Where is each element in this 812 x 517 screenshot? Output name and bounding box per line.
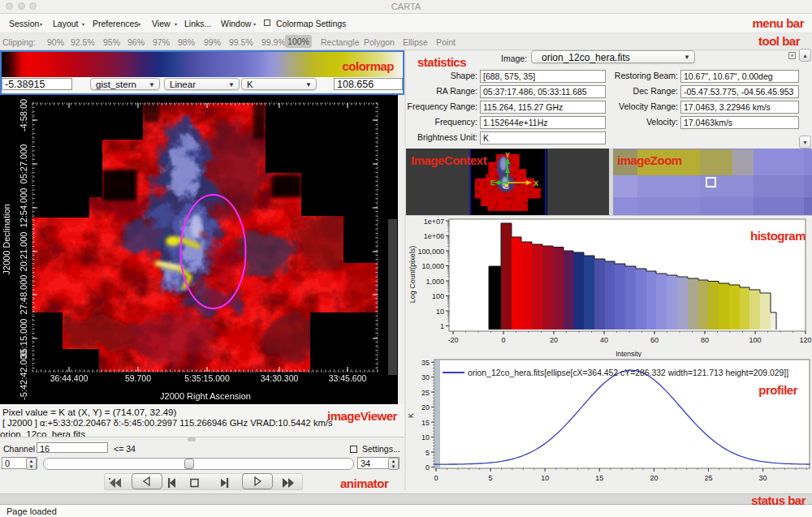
svg-text:33:45.600: 33:45.600	[329, 373, 367, 383]
svg-text:X: X	[533, 179, 538, 187]
svg-text:K: K	[407, 413, 415, 418]
svg-text:0: 0	[425, 463, 430, 472]
svg-text:0: 0	[434, 474, 438, 482]
svg-text:25: 25	[704, 474, 712, 482]
svg-text:20: 20	[550, 336, 558, 344]
svg-text:10,000: 10,000	[421, 262, 444, 270]
svg-text:59.700: 59.700	[125, 373, 151, 383]
svg-text:orion_12co_hera.fits[ellipse[c: orion_12co_hera.fits[ellipse[cX=364.452 …	[468, 368, 788, 377]
svg-text:J2000 Right Ascension: J2000 Right Ascension	[160, 391, 251, 401]
svg-text:profiler: profiler	[758, 383, 797, 397]
svg-text:10: 10	[541, 474, 549, 482]
svg-text:20:21.000: 20:21.000	[19, 232, 28, 272]
svg-text:10: 10	[421, 433, 430, 442]
svg-text:10: 10	[436, 308, 444, 316]
svg-text:histogram: histogram	[750, 229, 806, 243]
svg-text:15: 15	[595, 474, 603, 482]
svg-text:Y: Y	[505, 151, 510, 159]
svg-text:-20: -20	[447, 336, 458, 344]
svg-text:20: 20	[650, 474, 658, 482]
svg-text:36:44.400: 36:44.400	[50, 373, 89, 383]
svg-text:60: 60	[650, 336, 659, 344]
svg-text:1: 1	[440, 322, 444, 330]
svg-text:5: 5	[425, 449, 430, 457]
svg-text:05:27.000: 05:27.000	[19, 144, 28, 184]
svg-text:30: 30	[421, 373, 430, 381]
svg-text:12:54.000: 12:54.000	[19, 188, 28, 228]
svg-text:35: 35	[421, 359, 430, 367]
svg-text:-4:58:00: -4:58:00	[19, 99, 28, 131]
svg-text:120: 120	[799, 336, 811, 344]
svg-text:30: 30	[759, 474, 767, 482]
svg-text:80: 80	[701, 336, 709, 344]
svg-text:40: 40	[600, 336, 608, 344]
svg-text:34:30.300: 34:30.300	[261, 373, 299, 383]
svg-text:5:35:15.000: 5:35:15.000	[184, 373, 230, 383]
svg-text:100: 100	[749, 336, 761, 344]
svg-text:20: 20	[421, 403, 430, 411]
svg-text:1,000: 1,000	[425, 278, 444, 286]
svg-text:J2000 Declination: J2000 Declination	[2, 204, 11, 274]
svg-text:15: 15	[421, 419, 430, 427]
svg-text:Intensity: Intensity	[615, 350, 641, 357]
svg-text:25: 25	[421, 389, 430, 397]
svg-text:27:48.000: 27:48.000	[19, 275, 28, 315]
svg-text:0: 0	[501, 336, 505, 344]
svg-text:-5:42:42.000: -5:42:42.000	[19, 350, 28, 400]
svg-text:100,000: 100,000	[417, 248, 444, 256]
svg-text:Log Count(pixels): Log Count(pixels)	[408, 246, 417, 304]
svg-text:100: 100	[432, 292, 444, 300]
svg-text:1e+07: 1e+07	[424, 218, 444, 226]
svg-text:5: 5	[489, 474, 493, 482]
svg-text:1e+06: 1e+06	[424, 232, 444, 240]
svg-text:E: E	[490, 179, 495, 187]
